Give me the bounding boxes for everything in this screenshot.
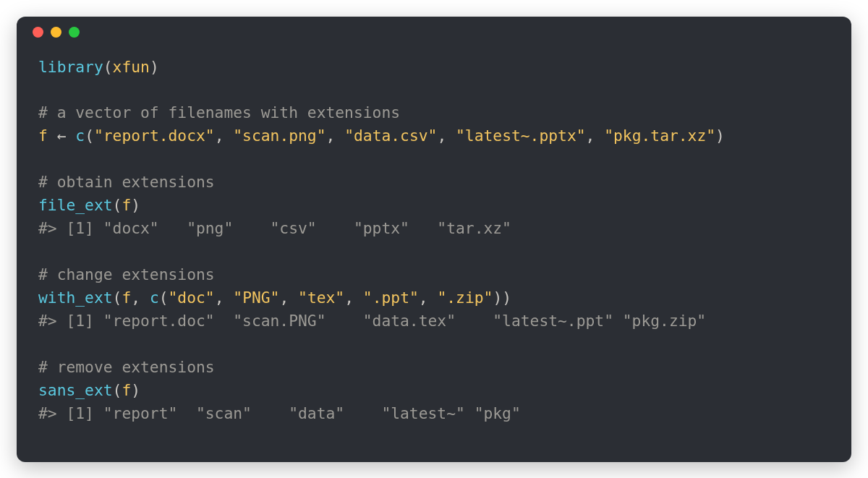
fn-file-ext: file_ext xyxy=(38,196,113,214)
minimize-icon[interactable] xyxy=(51,27,61,38)
paren-close: ) xyxy=(150,58,159,76)
comment-remove: # remove extensions xyxy=(38,358,215,376)
fn-c: c xyxy=(75,127,85,145)
line-1: library(xfun) xyxy=(38,58,159,76)
terminal-window: library(xfun) # a vector of filenames wi… xyxy=(17,17,851,462)
arg-xfun: xfun xyxy=(113,58,150,76)
line-7: file_ext(f) xyxy=(38,196,140,214)
paren-open: ( xyxy=(103,58,113,76)
output-with-ext: #> [1] "report.doc" "scan.PNG" "data.tex… xyxy=(38,312,706,330)
var-f: f xyxy=(38,127,48,145)
zoom-icon[interactable] xyxy=(69,27,80,38)
close-icon[interactable] xyxy=(33,27,43,38)
fn-with-ext: with_ext xyxy=(38,289,113,307)
fn-library: library xyxy=(38,58,103,76)
comment-vector: # a vector of filenames with extensions xyxy=(38,103,400,121)
line-15: sans_ext(f) xyxy=(38,381,140,399)
line-4: f ← c("report.docx", "scan.png", "data.c… xyxy=(38,127,725,145)
output-sans-ext: #> [1] "report" "scan" "data" "latest~" … xyxy=(38,404,521,422)
fn-sans-ext: sans_ext xyxy=(38,381,113,399)
output-file-ext: #> [1] "docx" "png" "csv" "pptx" "tar.xz… xyxy=(38,219,511,237)
window-titlebar xyxy=(17,17,851,48)
code-block: library(xfun) # a vector of filenames wi… xyxy=(17,48,851,462)
assign-arrow: ← xyxy=(48,127,75,145)
comment-obtain: # obtain extensions xyxy=(38,173,215,191)
line-11: with_ext(f, c("doc", "PNG", "tex", ".ppt… xyxy=(38,289,511,307)
comment-change: # change extensions xyxy=(38,265,215,283)
